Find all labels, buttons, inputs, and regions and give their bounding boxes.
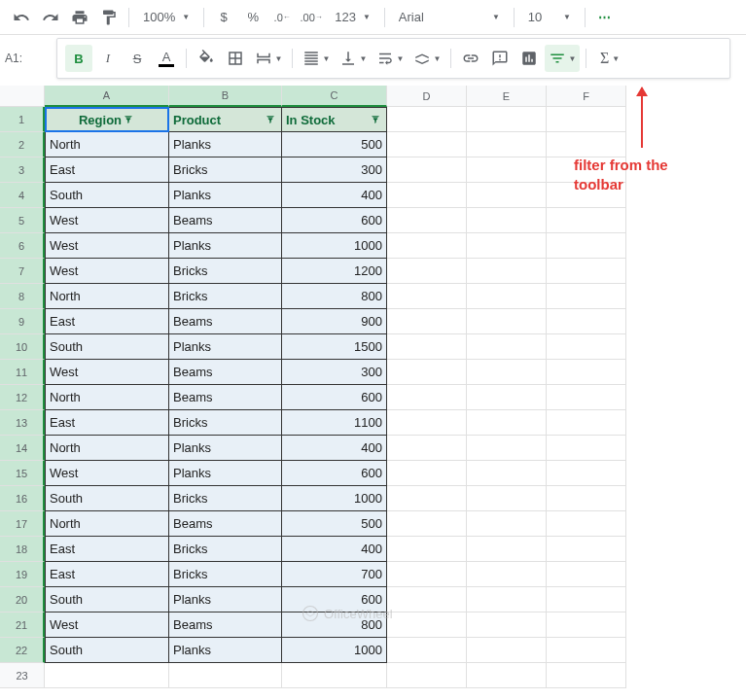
row-header[interactable]: 9: [0, 309, 45, 334]
row-header[interactable]: 8: [0, 284, 45, 309]
text-wrap-button[interactable]: ▼: [373, 45, 408, 72]
data-cell[interactable]: North: [45, 436, 169, 461]
data-cell[interactable]: Planks: [169, 132, 282, 158]
empty-cell[interactable]: [387, 360, 467, 385]
row-header[interactable]: 4: [0, 183, 45, 208]
print-button[interactable]: [66, 4, 93, 31]
filter-button[interactable]: ▼: [545, 45, 580, 72]
data-cell[interactable]: 1000: [282, 638, 387, 663]
data-cell[interactable]: Beams: [169, 511, 282, 537]
data-cell[interactable]: 1200: [282, 259, 387, 284]
empty-cell[interactable]: [467, 259, 547, 284]
name-box[interactable]: A1:: [0, 52, 27, 65]
empty-cell[interactable]: [547, 486, 626, 511]
data-cell[interactable]: West: [45, 461, 169, 486]
empty-cell[interactable]: [387, 233, 467, 259]
empty-cell[interactable]: [387, 158, 467, 183]
data-cell[interactable]: West: [45, 360, 169, 385]
empty-cell[interactable]: [467, 132, 547, 158]
empty-cell[interactable]: [467, 663, 547, 688]
data-cell[interactable]: West: [45, 259, 169, 284]
data-cell[interactable]: Planks: [169, 233, 282, 259]
empty-cell[interactable]: [547, 587, 626, 612]
data-cell[interactable]: 300: [282, 360, 387, 385]
column-header[interactable]: F: [547, 86, 626, 107]
empty-cell[interactable]: [387, 663, 467, 688]
empty-cell[interactable]: [467, 461, 547, 486]
data-cell[interactable]: South: [45, 183, 169, 208]
row-header[interactable]: 22: [0, 638, 45, 663]
row-header[interactable]: 2: [0, 132, 45, 158]
row-header[interactable]: 20: [0, 587, 45, 612]
column-header[interactable]: E: [467, 86, 547, 107]
data-cell[interactable]: 500: [282, 511, 387, 537]
empty-cell[interactable]: [467, 612, 547, 638]
select-all-corner[interactable]: [0, 86, 45, 107]
fill-color-button[interactable]: [193, 45, 220, 72]
data-cell[interactable]: Planks: [169, 638, 282, 663]
insert-comment-button[interactable]: [486, 45, 514, 72]
empty-cell[interactable]: [547, 259, 626, 284]
italic-button[interactable]: I: [94, 45, 122, 72]
font-size-select[interactable]: 10▼: [520, 4, 579, 31]
empty-cell[interactable]: [387, 309, 467, 334]
data-cell[interactable]: Beams: [169, 385, 282, 410]
empty-cell[interactable]: [547, 284, 626, 309]
empty-cell[interactable]: [387, 410, 467, 436]
empty-cell[interactable]: [282, 663, 387, 688]
data-cell[interactable]: Beams: [169, 309, 282, 334]
column-header[interactable]: A: [45, 86, 169, 107]
row-header[interactable]: 13: [0, 410, 45, 436]
row-header[interactable]: 21: [0, 612, 45, 638]
empty-cell[interactable]: [387, 638, 467, 663]
empty-cell[interactable]: [387, 183, 467, 208]
row-header[interactable]: 12: [0, 385, 45, 410]
decrease-decimal-button[interactable]: .0←: [268, 4, 296, 31]
merge-cells-button[interactable]: ▼: [251, 45, 286, 72]
data-cell[interactable]: Planks: [169, 334, 282, 360]
empty-cell[interactable]: [387, 284, 467, 309]
data-cell[interactable]: 1000: [282, 233, 387, 259]
empty-cell[interactable]: [387, 486, 467, 511]
data-cell[interactable]: South: [45, 587, 169, 612]
empty-cell[interactable]: [467, 436, 547, 461]
data-cell[interactable]: North: [45, 385, 169, 410]
data-cell[interactable]: Beams: [169, 360, 282, 385]
empty-cell[interactable]: [467, 284, 547, 309]
column-header[interactable]: D: [387, 86, 467, 107]
row-header[interactable]: 11: [0, 360, 45, 385]
empty-cell[interactable]: [547, 132, 626, 158]
filter-icon[interactable]: [369, 113, 382, 126]
data-cell[interactable]: North: [45, 284, 169, 309]
data-cell[interactable]: Beams: [169, 612, 282, 638]
data-cell[interactable]: Bricks: [169, 562, 282, 587]
strikethrough-button[interactable]: S: [124, 45, 151, 72]
column-header[interactable]: C: [282, 86, 387, 107]
data-cell[interactable]: 600: [282, 208, 387, 233]
empty-cell[interactable]: [467, 410, 547, 436]
empty-cell[interactable]: [387, 132, 467, 158]
empty-cell[interactable]: [387, 537, 467, 562]
data-cell[interactable]: Beams: [169, 208, 282, 233]
empty-cell[interactable]: [387, 208, 467, 233]
data-cell[interactable]: Bricks: [169, 259, 282, 284]
empty-cell[interactable]: [467, 537, 547, 562]
data-cell[interactable]: East: [45, 410, 169, 436]
empty-cell[interactable]: [547, 385, 626, 410]
empty-cell[interactable]: [467, 334, 547, 360]
empty-cell[interactable]: [467, 158, 547, 183]
row-header[interactable]: 23: [0, 663, 45, 688]
empty-cell[interactable]: [387, 107, 467, 132]
empty-cell[interactable]: [547, 562, 626, 587]
empty-cell[interactable]: [467, 385, 547, 410]
more-formats-select[interactable]: 123▼: [327, 4, 378, 31]
empty-cell[interactable]: [547, 334, 626, 360]
data-cell[interactable]: South: [45, 486, 169, 511]
empty-cell[interactable]: [547, 309, 626, 334]
increase-decimal-button[interactable]: .00→: [298, 4, 325, 31]
filter-icon[interactable]: [264, 113, 277, 126]
font-select[interactable]: Arial▼: [391, 4, 508, 31]
empty-cell[interactable]: [45, 663, 169, 688]
empty-cell[interactable]: [387, 562, 467, 587]
data-cell[interactable]: 1500: [282, 334, 387, 360]
